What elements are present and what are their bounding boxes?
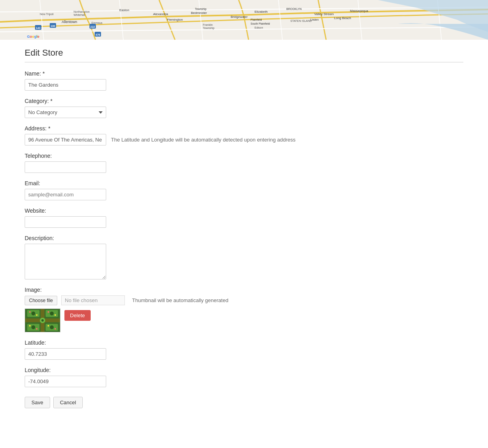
svg-text:222: 222 — [90, 25, 95, 28]
save-button[interactable]: Save — [25, 397, 50, 408]
telephone-input[interactable] — [25, 161, 106, 173]
longitude-input[interactable] — [25, 376, 106, 387]
svg-text:143: 143 — [36, 27, 41, 29]
svg-text:Township: Township — [203, 27, 214, 30]
svg-text:Bedminster: Bedminster — [191, 11, 207, 15]
svg-text:Edison: Edison — [255, 26, 263, 29]
description-textarea[interactable] — [25, 244, 106, 279]
svg-point-41 — [50, 312, 54, 316]
address-row: The Latitude and Longitude will be autom… — [25, 134, 463, 145]
address-field-group: Address: * The Latitude and Longitude wi… — [25, 125, 463, 145]
svg-text:Franklin: Franklin — [203, 23, 213, 26]
image-field-group: Image: Choose file No file chosen Thumbn… — [25, 287, 463, 332]
svg-text:476: 476 — [95, 33, 100, 36]
latitude-input[interactable] — [25, 348, 106, 360]
name-label: Name: * — [25, 70, 463, 77]
longitude-field-group: Longitude: — [25, 367, 463, 387]
svg-point-45 — [41, 319, 44, 322]
telephone-field-group: Telephone: — [25, 153, 463, 173]
choose-file-button[interactable]: Choose file — [25, 296, 57, 305]
description-field-group: Description: — [25, 235, 463, 279]
category-field-group: Category: * No Category Restaurant Retai… — [25, 98, 463, 118]
email-label: Email: — [25, 180, 463, 186]
longitude-label: Longitude: — [25, 367, 463, 373]
svg-point-48 — [48, 311, 49, 313]
name-field-group: Name: * — [25, 70, 463, 91]
svg-text:BROOKLYN: BROOKLYN — [286, 8, 301, 10]
page-content: Edit Store Name: * Category: * No Catego… — [0, 40, 488, 424]
svg-point-42 — [31, 326, 35, 330]
svg-point-51 — [36, 328, 38, 330]
svg-text:Allentown: Allentown — [62, 20, 77, 24]
svg-text:Massapequa: Massapequa — [350, 9, 368, 13]
delete-button[interactable]: Delete — [64, 310, 91, 321]
address-label: Address: * — [25, 125, 463, 132]
no-file-text: No file chosen — [61, 295, 125, 305]
svg-point-50 — [29, 325, 31, 327]
website-field-group: Website: — [25, 208, 463, 228]
image-preview — [25, 308, 60, 332]
svg-text:STATEN ISLAND: STATEN ISLAND — [290, 19, 312, 22]
svg-text:Long Beach: Long Beach — [334, 16, 351, 20]
category-select[interactable]: No Category Restaurant Retail Service Ot… — [25, 107, 106, 118]
page-title: Edit Store — [25, 48, 463, 62]
latitude-label: Latitude: — [25, 339, 463, 346]
thumbnail-hint: Thumbnail will be automatically generate… — [132, 297, 228, 303]
svg-point-53 — [54, 328, 56, 330]
cancel-button[interactable]: Cancel — [53, 397, 83, 408]
category-label: Category: * — [25, 98, 463, 104]
button-row: Save Cancel — [25, 397, 463, 408]
svg-point-46 — [29, 311, 31, 313]
svg-text:Google: Google — [27, 35, 39, 39]
file-input-row: Choose file No file chosen Thumbnail wil… — [25, 295, 463, 305]
telephone-label: Telephone: — [25, 153, 463, 159]
svg-point-43 — [50, 326, 54, 330]
email-input[interactable] — [25, 189, 106, 200]
svg-text:New Tripoli: New Tripoli — [40, 13, 54, 16]
svg-text:South Plainfield: South Plainfield — [251, 22, 270, 25]
svg-point-47 — [36, 314, 38, 316]
website-input[interactable] — [25, 216, 106, 228]
latitude-field-group: Latitude: — [25, 339, 463, 360]
svg-point-49 — [54, 314, 56, 316]
svg-point-40 — [31, 312, 35, 316]
address-input[interactable] — [25, 134, 106, 145]
svg-text:Elizabeth: Elizabeth — [255, 10, 268, 14]
svg-text:Township: Township — [195, 8, 206, 11]
address-hint: The Latitude and Longitude will be autom… — [111, 137, 296, 143]
svg-text:100: 100 — [51, 25, 55, 27]
svg-point-52 — [48, 325, 49, 327]
svg-text:Northampton: Northampton — [74, 10, 90, 14]
svg-text:Plainfield: Plainfield — [251, 18, 262, 21]
svg-text:Valley Stream: Valley Stream — [314, 12, 334, 16]
description-label: Description: — [25, 235, 463, 241]
image-label: Image: — [25, 287, 463, 293]
name-input[interactable] — [25, 79, 106, 91]
svg-text:Linden: Linden — [310, 18, 319, 21]
svg-text:Easton: Easton — [119, 8, 129, 12]
svg-text:Bridgewater: Bridgewater — [231, 15, 248, 19]
website-label: Website: — [25, 208, 463, 214]
email-field-group: Email: — [25, 180, 463, 200]
svg-text:Flemington: Flemington — [167, 18, 183, 21]
svg-text:Whitehall: Whitehall — [74, 14, 85, 16]
svg-text:Emmaus: Emmaus — [91, 21, 103, 24]
svg-text:Alexandria: Alexandria — [153, 12, 168, 16]
image-preview-row: Delete — [25, 308, 463, 332]
map-banner: Allentown Bridgewater Elizabeth BROOKLYN… — [0, 0, 488, 40]
